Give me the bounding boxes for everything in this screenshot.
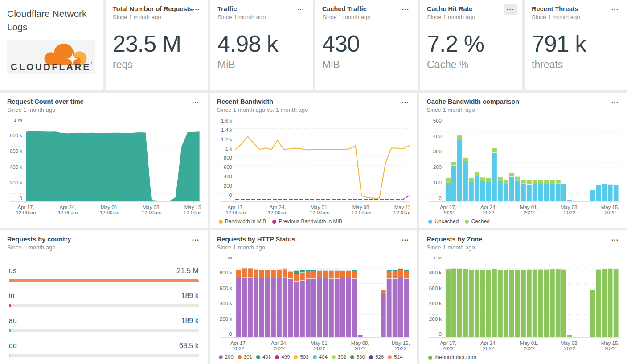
country-bar-track [9, 354, 199, 357]
country-bar-fill [9, 354, 10, 357]
stat-title: Cached Traffic [322, 5, 410, 12]
legend-item[interactable]: Bandwidth in MiB [219, 218, 266, 225]
stat-unit: MiB [322, 59, 410, 71]
svg-text:12:00am: 12:00am [267, 210, 287, 215]
panel-menu-button[interactable]: … [189, 234, 202, 245]
svg-text:Apr 17,: Apr 17, [227, 204, 244, 210]
stat-title: Cache Hit Rate [427, 5, 515, 12]
svg-text:400 k: 400 k [220, 301, 232, 306]
country-row-au: au189 k [9, 317, 199, 332]
panel-menu-button[interactable]: … [608, 96, 622, 108]
panel-requests-by-http-status: Requests by HTTP Status Since 1 month ag… [210, 230, 418, 364]
stat-subtitle: Since 1 month ago [427, 14, 515, 20]
svg-text:1 M: 1 M [223, 257, 232, 260]
svg-text:600 k: 600 k [429, 286, 442, 291]
svg-text:2022: 2022 [564, 346, 576, 351]
legend-item[interactable]: Uncached [428, 218, 459, 225]
svg-text:May 08,: May 08, [561, 204, 579, 210]
svg-text:1.2 k: 1.2 k [221, 137, 232, 142]
svg-text:600 k: 600 k [10, 148, 22, 154]
panel-menu-button[interactable]: … [608, 4, 622, 15]
stat-subtitle: Since 1 month ago [532, 14, 620, 20]
svg-text:12:00am: 12:00am [225, 210, 246, 215]
cache-bandwidth-bar-chart[interactable]: 5004003002001000Apr 17,2022Apr 24,2022Ma… [426, 119, 620, 216]
legend-dot-icon [238, 355, 242, 359]
svg-text:12:00am: 12:00am [100, 210, 120, 215]
svg-text:12:00am: 12:00am [58, 210, 78, 215]
svg-text:May 15,: May 15, [394, 204, 410, 210]
svg-text:400: 400 [433, 134, 442, 139]
legend-dot-icon [369, 355, 373, 359]
stat-unit: Cache % [427, 59, 515, 71]
stat-panel-cache-hit-rate: Cache Hit Rate Since 1 month ago … 7.2 %… [420, 0, 522, 90]
svg-text:May 01,: May 01, [311, 340, 329, 346]
panel-subtitle: Since 1 month ago [7, 244, 201, 251]
country-bar-track [9, 304, 199, 307]
legend-item[interactable]: 503 [294, 354, 308, 360]
legend-item[interactable]: 524 [388, 354, 402, 360]
country-value: 68.5 k [179, 342, 199, 350]
legend-item[interactable]: 530 [350, 354, 365, 360]
chart-legend: UncachedCached [426, 218, 620, 225]
panel-subtitle: Since 1 month ago [7, 106, 201, 113]
svg-text:200 k: 200 k [220, 316, 232, 322]
svg-text:Apr 17,: Apr 17, [440, 204, 456, 210]
dashboard: Cloudflare Network Logs CLOUDFLARE’ Tota… [0, 0, 627, 364]
legend-item[interactable]: theburritobot.com [428, 354, 476, 360]
svg-text:200 k: 200 k [10, 180, 22, 185]
svg-text:May 01,: May 01, [520, 340, 538, 346]
legend-dot-icon [332, 355, 336, 359]
svg-text:200 k: 200 k [429, 316, 442, 322]
svg-text:400: 400 [223, 174, 232, 179]
legend-dot-icon [350, 355, 354, 359]
legend-item[interactable]: Cached [465, 218, 489, 225]
svg-text:May 15,: May 15, [601, 340, 619, 346]
panel-menu-button[interactable]: … [504, 4, 517, 15]
panel-menu-button[interactable]: … [399, 4, 412, 15]
legend-dot-icon [428, 356, 432, 360]
panel-menu-button[interactable]: … [189, 4, 203, 15]
legend-item[interactable]: 404 [313, 354, 328, 360]
svg-text:2022: 2022 [524, 346, 535, 351]
legend-item[interactable]: 302 [332, 354, 346, 360]
panel-menu-button[interactable]: … [189, 96, 202, 108]
cloudflare-logo: CLOUDFLARE’ [7, 40, 95, 74]
panel-menu-button[interactable]: … [294, 4, 307, 15]
svg-text:1.6 k: 1.6 k [221, 119, 232, 123]
legend-item[interactable]: 403 [256, 354, 271, 360]
stat-panel-total-requests: Total Number of Requests Since 1 month a… [106, 0, 208, 90]
legend-item[interactable]: 526 [369, 354, 384, 360]
recent-bandwidth-line-chart[interactable]: 1.6 k1.4 k1.2 k1 k8006004002000Apr 17,12… [217, 119, 410, 216]
svg-text:Apr 17,: Apr 17, [440, 340, 456, 346]
stat-value: 7.2 % [427, 30, 515, 57]
svg-text:1.4 k: 1.4 k [221, 127, 232, 133]
legend-dot-icon [294, 355, 298, 359]
http-status-stacked-bar-chart[interactable]: 1 M800 k600 k400 k200 k0Apr 17,2022Apr 2… [217, 257, 410, 352]
svg-text:May 08,: May 08, [352, 204, 370, 210]
svg-text:12:00am: 12:00am [16, 210, 36, 215]
legend-item[interactable]: Previous Bandwidth in MiB [272, 218, 342, 225]
svg-text:500: 500 [433, 119, 442, 123]
svg-text:0: 0 [229, 192, 232, 198]
svg-text:Apr 24,: Apr 24, [60, 204, 76, 210]
legend-item[interactable]: 499 [275, 354, 290, 360]
panel-menu-button[interactable]: … [398, 234, 412, 245]
request-count-area-chart[interactable]: 1 M800 k600 k400 k200 k0Apr 17,12:00amAp… [7, 119, 201, 216]
stat-value: 430 [322, 30, 410, 57]
panel-menu-button[interactable]: … [608, 234, 622, 245]
zone-bar-chart[interactable]: 1 M800 k600 k400 k200 k0Apr 17,2022Apr 2… [426, 257, 620, 352]
svg-text:12:00am: 12:00am [309, 210, 329, 215]
stat-unit: threats [532, 59, 620, 71]
legend-dot-icon [313, 355, 317, 359]
panel-menu-button[interactable]: … [398, 96, 412, 108]
panel-title: Recent Bandwidth [217, 98, 410, 105]
svg-text:2022: 2022 [605, 210, 616, 215]
legend-dot-icon [272, 220, 276, 224]
country-row-de: de68.5 k [9, 342, 199, 357]
chart-legend: 200301403499503404302530526524 [217, 354, 410, 360]
legend-item[interactable]: 200 [219, 354, 234, 360]
svg-text:May 15,: May 15, [391, 340, 410, 346]
svg-text:12:00am: 12:00am [351, 210, 371, 215]
country-row-us: us21.5 M [9, 267, 199, 282]
legend-item[interactable]: 301 [238, 354, 252, 360]
